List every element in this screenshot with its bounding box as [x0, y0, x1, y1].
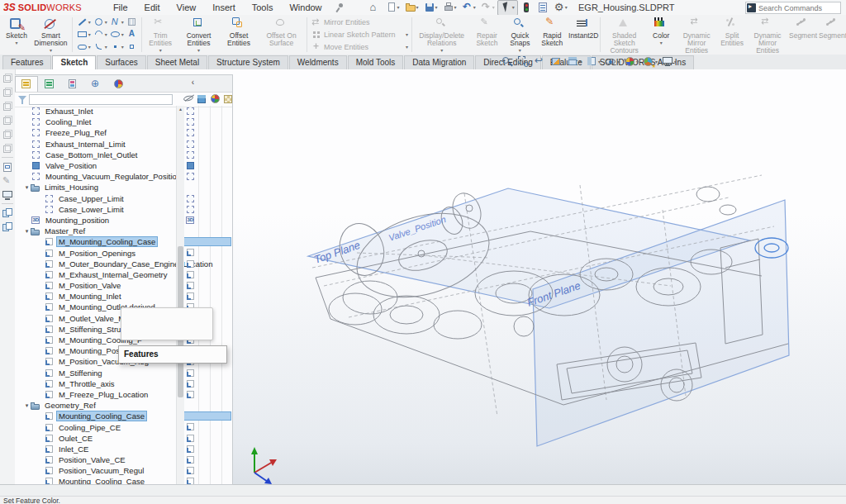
dropdown-caret-icon[interactable]: [565, 5, 568, 10]
tree-item-cooling-inlet[interactable]: Cooling_Inlet: [15, 116, 232, 127]
menu-tools[interactable]: Tools: [244, 0, 282, 15]
dropdown-caret-icon[interactable]: [105, 32, 107, 37]
dropdown-caret-icon[interactable]: [519, 48, 521, 53]
tree-item-m-throttle-axis[interactable]: M_Throttle_axis: [15, 378, 232, 389]
fillet-tool-button[interactable]: [93, 41, 108, 52]
dropdown-caret-icon[interactable]: [492, 5, 495, 10]
cube-button[interactable]: [1, 99, 14, 113]
sketch-button[interactable]: Sketch: [2, 15, 31, 55]
line-tool-button[interactable]: [76, 17, 92, 27]
tab-weldments[interactable]: Weldments: [289, 55, 347, 69]
pencilgray-button[interactable]: [1, 174, 14, 188]
panel-tab-propertymanager[interactable]: [38, 76, 61, 92]
tree-item-case-bottom-inlet-outlet[interactable]: Case_Bottom_Inlet_Outlet: [15, 150, 232, 160]
rapid-sketch-button[interactable]: Rapid Sketch: [535, 15, 568, 55]
view-settings-button[interactable]: [661, 55, 677, 68]
tab-features[interactable]: Features: [2, 55, 51, 69]
smart-dimension-button[interactable]: Smart Dimension: [31, 15, 70, 55]
transparency-column[interactable]: [223, 93, 234, 106]
menu-view[interactable]: View: [169, 0, 205, 15]
dropdown-caret-icon[interactable]: [406, 45, 408, 50]
open-document-button[interactable]: [402, 1, 421, 15]
search-icon[interactable]: [746, 2, 757, 13]
monitor-button[interactable]: [1, 188, 14, 202]
tree-item-m-exhaust-internal-geometry[interactable]: M_Exhaust_Internal_Geometry: [15, 269, 232, 280]
dropdown-caret-icon[interactable]: [454, 5, 457, 10]
tab-data-migration[interactable]: Data Migration: [404, 55, 474, 69]
texta-tool-button[interactable]: [126, 29, 138, 40]
dropdown-caret-icon[interactable]: [88, 20, 91, 25]
dropdown-caret-icon[interactable]: [512, 5, 515, 10]
quick-snaps-button[interactable]: Quick Snaps: [504, 15, 535, 55]
save-button[interactable]: [421, 1, 440, 15]
slot-tool-button[interactable]: [76, 41, 92, 52]
home-button[interactable]: [367, 1, 383, 15]
display-style-button[interactable]: [585, 55, 601, 68]
menu-edit[interactable]: Edit: [136, 0, 169, 15]
print-button[interactable]: [440, 1, 459, 15]
expand-arrow-icon[interactable]: [23, 228, 31, 235]
display-mode-column[interactable]: [197, 93, 207, 106]
tree-item-geometry-ref[interactable]: Geometry_Ref: [15, 400, 232, 411]
tree-item-position-valve-ce[interactable]: Position_Valve_CE: [15, 454, 232, 465]
panel-tab-configurationmanager[interactable]: [61, 76, 84, 92]
tree-item-exhaust-internal-limit[interactable]: Exhaust_Internal_Limit: [15, 139, 232, 150]
tree-item-mounting-cooling-case[interactable]: Mounting_Cooling_Case: [15, 476, 232, 484]
expand-arrow-icon[interactable]: [23, 184, 31, 191]
dropdown-caret-icon[interactable]: [440, 48, 443, 53]
dropdown-caret-icon[interactable]: [435, 5, 438, 10]
planegrid-tool-button[interactable]: [126, 17, 138, 27]
file-properties-button[interactable]: [535, 1, 551, 15]
zoom-to-fit-button[interactable]: [500, 55, 514, 68]
offset-entities-button[interactable]: Offset Entities: [220, 15, 258, 55]
select-button[interactable]: [497, 0, 518, 16]
dropdown-caret-icon[interactable]: [674, 59, 677, 64]
menu-insert[interactable]: Insert: [204, 0, 244, 15]
search-input[interactable]: [757, 4, 846, 12]
copyblue-button[interactable]: [1, 206, 14, 220]
tree-filter-input[interactable]: [29, 94, 173, 105]
tree-item-m-mounting-cooling-case[interactable]: M_Mounting_Cooling_Case: [15, 236, 232, 247]
rebuild-button[interactable]: [518, 1, 535, 15]
tree-item-exhaust-inlet[interactable]: Exhaust_Inlet: [15, 106, 232, 116]
convert-entities-button[interactable]: Convert Entities: [178, 15, 220, 55]
appearance-column[interactable]: [210, 93, 221, 106]
dropdown-caret-icon[interactable]: [121, 45, 124, 50]
tree-item-m-outer-boundary-case-engine-location[interactable]: M_Outer_Boundary_Case_Engine_Location: [15, 259, 232, 269]
tree-item-m-stiffening[interactable]: M_Stiffening: [15, 368, 232, 378]
arc-tool-button[interactable]: [93, 29, 108, 40]
search-commands-box[interactable]: [745, 2, 841, 14]
instant2d-button[interactable]: Instant2D: [568, 15, 598, 55]
dropdown-caret-icon[interactable]: [660, 40, 663, 45]
dropdown-caret-icon[interactable]: [50, 48, 52, 53]
tree-item-inlet-ce[interactable]: Inlet_CE: [15, 444, 232, 454]
cube-button[interactable]: [1, 113, 14, 127]
cube-button[interactable]: [1, 85, 14, 99]
undo-button[interactable]: [459, 1, 478, 15]
options-button[interactable]: [551, 1, 570, 15]
dropdown-caret-icon[interactable]: [121, 20, 124, 25]
tree-item-mounting-position[interactable]: Mounting_position: [15, 215, 232, 226]
dropdown-caret-icon[interactable]: [636, 59, 639, 64]
tree-item-freeze-plug-ref[interactable]: Freeze_Plug_Ref: [15, 127, 232, 138]
pin-menu-icon[interactable]: [334, 2, 345, 13]
tree-item-m-mounting-inlet[interactable]: M_Mounting_Inlet: [15, 291, 232, 302]
tree-item-master-ref[interactable]: Master_Ref: [15, 226, 232, 236]
circle-tool-button[interactable]: [93, 17, 108, 27]
dropdown-caret-icon[interactable]: [121, 32, 124, 37]
view-orientation-button[interactable]: [566, 55, 582, 68]
hide-show-column[interactable]: [183, 93, 194, 106]
tree-item-valve-position[interactable]: Valve_Position: [15, 160, 232, 171]
dropdown-caret-icon[interactable]: [15, 40, 17, 45]
dropdown-caret-icon[interactable]: [579, 59, 582, 64]
previous-view-button[interactable]: [533, 55, 547, 68]
drawdoc-button[interactable]: [1, 159, 14, 174]
collapse-pane-icon[interactable]: [192, 78, 194, 87]
menu-window[interactable]: Window: [281, 0, 330, 15]
scroll-up-icon[interactable]: [177, 106, 184, 112]
tree-item-case-lower-limit[interactable]: Case_Lower_Limit: [15, 204, 232, 215]
spline-tool-button[interactable]: [109, 17, 125, 27]
tree-item-mounting-cooling-case[interactable]: Mounting_Cooling_Case: [15, 411, 232, 421]
tab-surfaces[interactable]: Surfaces: [97, 55, 145, 69]
new-document-button[interactable]: [383, 1, 402, 15]
